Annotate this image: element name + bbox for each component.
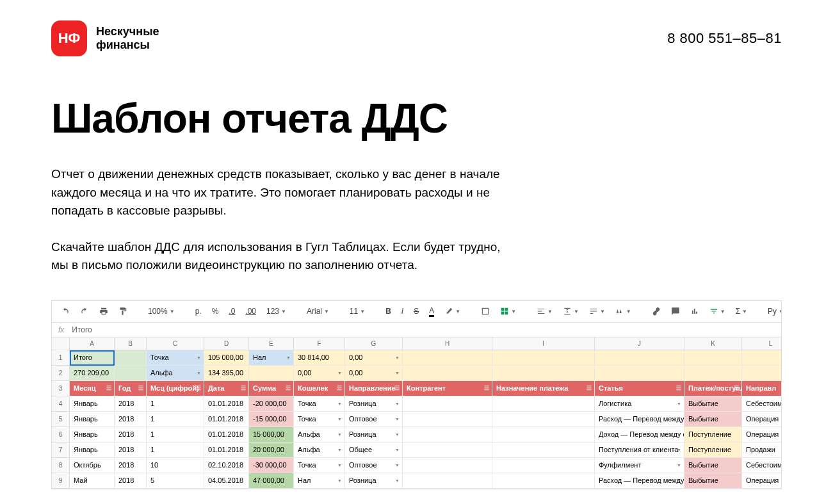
cell[interactable]: 2018 (115, 427, 147, 443)
cell[interactable]: Нал▼ (294, 473, 345, 489)
cell[interactable] (403, 427, 492, 443)
link-button[interactable] (649, 305, 663, 317)
cell[interactable]: Мсц (цифрой)☰ (147, 381, 204, 396)
cell[interactable] (684, 366, 742, 381)
cell[interactable]: Дата☰ (204, 381, 249, 396)
cell[interactable]: Общее▼ (345, 443, 403, 458)
row-number[interactable]: 8 (52, 458, 70, 473)
cell[interactable]: Альфа▼ (294, 427, 345, 443)
cell[interactable]: 105 000,00 (204, 350, 249, 366)
cell[interactable]: Себестоимость (742, 458, 782, 473)
cell[interactable] (403, 443, 492, 458)
phone-number[interactable]: 8 800 551–85–81 (667, 30, 782, 47)
col-header-G[interactable]: G (345, 337, 403, 350)
cell[interactable] (684, 350, 742, 366)
cell[interactable]: Оптовое▼ (345, 458, 403, 473)
cell[interactable]: Выбытие (684, 473, 742, 489)
cell[interactable]: 1 (147, 427, 204, 443)
cell[interactable]: Год☰ (115, 381, 147, 396)
cell[interactable]: 0,00▼ (345, 366, 403, 381)
cell[interactable] (492, 458, 595, 473)
cell[interactable]: Платеж/поступл☰ (684, 381, 742, 396)
fontsize-selector[interactable]: 11▼ (347, 305, 368, 317)
cell[interactable]: Январь (70, 427, 115, 443)
cell[interactable]: 1 (147, 443, 204, 458)
cell[interactable]: Итого (70, 350, 115, 366)
print-button[interactable] (97, 305, 111, 317)
cell[interactable] (492, 412, 595, 427)
cell[interactable]: -30 000,00 (249, 458, 294, 473)
currency-button[interactable]: р. (193, 305, 204, 317)
cell[interactable]: Поступления от клиента▼ (595, 443, 684, 458)
col-header-A[interactable]: A (70, 337, 115, 350)
cell[interactable]: 04.05.2018 (204, 473, 249, 489)
cell[interactable] (492, 427, 595, 443)
cell[interactable] (492, 473, 595, 489)
cell[interactable]: Сумма☰ (249, 381, 294, 396)
cell[interactable]: 15 000,00 (249, 427, 294, 443)
valign-button[interactable]: ▼ (560, 305, 581, 317)
cell[interactable]: 01.01.2018 (204, 427, 249, 443)
cell[interactable]: 2018 (115, 443, 147, 458)
cell[interactable]: Альфа▼ (147, 366, 204, 381)
rotate-button[interactable]: ▼ (613, 305, 634, 317)
cell[interactable]: Точка▼ (294, 412, 345, 427)
row-number[interactable]: 3 (52, 381, 70, 396)
cell[interactable]: Розница▼ (345, 396, 403, 412)
italic-button[interactable]: I (399, 305, 406, 317)
increase-decimal-button[interactable]: .00 (243, 305, 259, 317)
merge-button[interactable]: ▼ (497, 305, 519, 317)
cell[interactable] (403, 366, 492, 381)
cell[interactable]: Май (70, 473, 115, 489)
chart-button[interactable] (688, 305, 702, 317)
cell[interactable]: 01.01.2018 (204, 443, 249, 458)
cell[interactable]: 10 (147, 458, 204, 473)
cell[interactable]: 0,00▼ (294, 366, 345, 381)
row-number[interactable]: 5 (52, 412, 70, 427)
filter-button[interactable]: ▼ (707, 305, 728, 317)
cell[interactable]: 2018 (115, 412, 147, 427)
cell[interactable] (403, 350, 492, 366)
cell[interactable]: -15 000,00 (249, 412, 294, 427)
cell[interactable] (492, 443, 595, 458)
cell[interactable]: 2018 (115, 396, 147, 412)
row-number[interactable]: 4 (52, 396, 70, 412)
bold-button[interactable]: B (383, 305, 394, 317)
cell[interactable]: 30 814,00 (294, 350, 345, 366)
col-header-F[interactable]: F (294, 337, 345, 350)
cell[interactable] (249, 366, 294, 381)
cell[interactable]: 1 (147, 396, 204, 412)
cell[interactable]: Логистика▼ (595, 396, 684, 412)
col-header-D[interactable]: D (204, 337, 249, 350)
functions-button[interactable]: Σ▼ (733, 305, 750, 317)
cell[interactable]: Выбытие (684, 458, 742, 473)
formula-bar[interactable]: fx Итого (52, 323, 781, 337)
cell[interactable] (492, 366, 595, 381)
cell[interactable] (492, 396, 595, 412)
cell[interactable]: Выбытие (684, 412, 742, 427)
row-number[interactable]: 7 (52, 443, 70, 458)
zoom-selector[interactable]: 100%▼ (145, 305, 177, 317)
cell[interactable]: Контрагент☰ (403, 381, 492, 396)
cell[interactable]: 02.10.2018 (204, 458, 249, 473)
cell[interactable]: 2018 (115, 473, 147, 489)
cell[interactable]: Продажи (742, 443, 782, 458)
decrease-decimal-button[interactable]: .0 (226, 305, 238, 317)
halign-button[interactable]: ▼ (534, 305, 555, 317)
col-header-E[interactable]: E (249, 337, 294, 350)
col-header-J[interactable]: J (595, 337, 684, 350)
cell[interactable]: 1 (147, 412, 204, 427)
cell[interactable]: 2018 (115, 458, 147, 473)
cell[interactable] (403, 458, 492, 473)
col-header-H[interactable]: H (403, 337, 492, 350)
cell[interactable]: Розница▼ (345, 427, 403, 443)
cell[interactable]: Январь (70, 443, 115, 458)
cell[interactable]: Направл☰ (742, 381, 782, 396)
cell[interactable]: Направление☰ (345, 381, 403, 396)
comment-button[interactable] (668, 305, 683, 317)
cell[interactable] (403, 396, 492, 412)
cell[interactable]: Доход — Перевод между счетами▼ (595, 427, 684, 443)
logo[interactable]: НФ Нескучные финансы (51, 20, 159, 56)
cell[interactable]: Кошелек☰ (294, 381, 345, 396)
col-header-L[interactable]: L (742, 337, 782, 350)
